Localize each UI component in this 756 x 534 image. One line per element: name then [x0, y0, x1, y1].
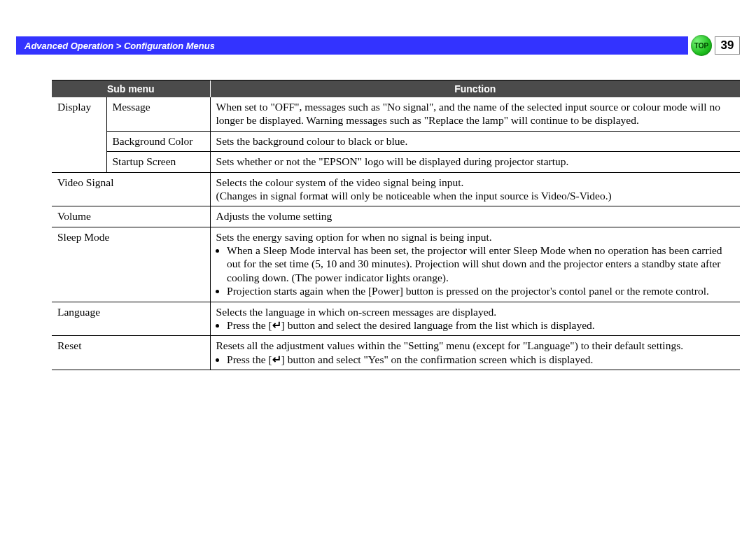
table-header-row: Sub menu Function: [52, 80, 740, 97]
cell-language-fn: Selects the language in which on-screen …: [210, 302, 740, 336]
cell-sleep-fn: Sets the energy saving option for when n…: [210, 227, 740, 302]
table-row: Video Signal Selects the colour system o…: [52, 172, 740, 206]
page-number-text: 39: [721, 38, 734, 52]
list-item: Press the [↵] button and select "Yes" on…: [227, 353, 734, 366]
top-icon[interactable]: TOP: [691, 35, 712, 56]
cell-reset: Reset: [52, 336, 210, 370]
table-row: Background Color Sets the background col…: [52, 131, 740, 151]
cell-language: Language: [52, 302, 210, 336]
cell-display: Display: [52, 97, 106, 172]
config-table: Sub menu Function Display Message When s…: [52, 80, 740, 370]
text: Resets all the adjustment values within …: [216, 339, 684, 351]
text: Selects the language in which on-screen …: [216, 306, 497, 318]
cell-video: Video Signal: [52, 172, 210, 206]
list-item: When a Sleep Mode interval has been set,…: [227, 244, 734, 284]
bullet-list: Press the [↵] button and select the desi…: [216, 318, 734, 332]
list-item: Press the [↵] button and select the desi…: [227, 318, 734, 332]
text: ] button and select "Yes" on the confirm…: [281, 353, 594, 365]
table-row: Sleep Mode Sets the energy saving option…: [52, 227, 740, 302]
text: Selects the colour system of the video s…: [216, 176, 464, 188]
table-row: Language Selects the language in which o…: [52, 302, 740, 336]
list-item: Projection starts again when the [Power]…: [227, 284, 734, 297]
cell-startup-fn: Sets whether or not the "EPSON" logo wil…: [210, 152, 740, 172]
cell-sleep: Sleep Mode: [52, 227, 210, 302]
text: ] button and select the desired language…: [281, 319, 595, 331]
bullet-list: When a Sleep Mode interval has been set,…: [216, 244, 734, 298]
table-row: Reset Resets all the adjustment values w…: [52, 336, 740, 370]
header-bar: Advanced Operation > Configuration Menus…: [16, 36, 740, 55]
text: Press the [: [227, 319, 272, 331]
page-number: 39: [715, 36, 740, 55]
cell-message: Message: [106, 97, 210, 131]
cell-video-fn: Selects the colour system of the video s…: [210, 172, 740, 206]
cell-reset-fn: Resets all the adjustment values within …: [210, 336, 740, 370]
table-row: Startup Screen Sets whether or not the "…: [52, 152, 740, 172]
col-header-function: Function: [210, 80, 740, 97]
cell-startup: Startup Screen: [106, 152, 210, 172]
cell-message-fn: When set to "OFF", messages such as "No …: [210, 97, 740, 131]
breadcrumb-text: Advanced Operation > Configuration Menus: [24, 41, 215, 51]
table-row: Volume Adjusts the volume setting: [52, 206, 740, 227]
bullet-list: Press the [↵] button and select "Yes" on…: [216, 353, 734, 366]
enter-icon: ↵: [272, 353, 281, 365]
col-header-submenu: Sub menu: [52, 80, 210, 97]
cell-volume-fn: Adjusts the volume setting: [210, 206, 740, 227]
cell-bgcolor: Background Color: [106, 131, 210, 151]
text: Press the [: [227, 353, 272, 365]
text: Sets the energy saving option for when n…: [216, 231, 492, 243]
cell-bgcolor-fn: Sets the background colour to black or b…: [210, 131, 740, 151]
table-row: Display Message When set to "OFF", messa…: [52, 97, 740, 131]
breadcrumb: Advanced Operation > Configuration Menus: [16, 36, 688, 55]
page: Advanced Operation > Configuration Menus…: [0, 0, 756, 534]
top-icon-label: TOP: [694, 42, 708, 50]
text: (Changes in signal format will only be n…: [216, 190, 612, 202]
enter-icon: ↵: [272, 319, 281, 331]
cell-volume: Volume: [52, 206, 210, 227]
